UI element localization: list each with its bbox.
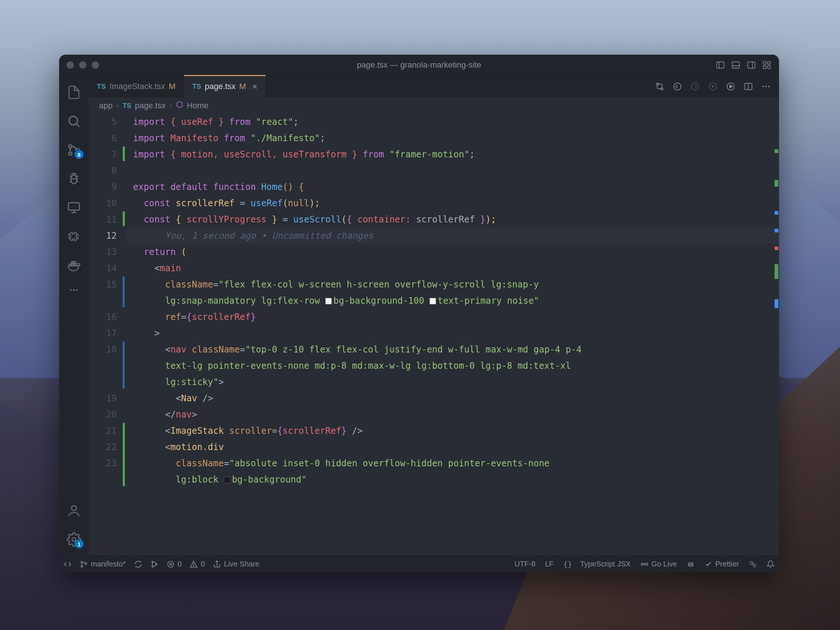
split-editor-icon[interactable]: [744, 82, 753, 91]
more-actions-icon[interactable]: [761, 82, 771, 91]
encoding-status[interactable]: UTF-8: [515, 560, 535, 568]
maximize-window-button[interactable]: [92, 62, 99, 69]
source-control-view-icon[interactable]: 8: [59, 137, 89, 163]
extensions-view-icon[interactable]: [59, 223, 89, 250]
close-tab-icon[interactable]: ×: [252, 81, 257, 92]
svg-point-30: [661, 88, 663, 90]
run-icon[interactable]: [726, 82, 736, 91]
diff-added-marker: [123, 146, 125, 161]
svg-point-40: [768, 86, 770, 87]
close-window-button[interactable]: [66, 62, 74, 69]
svg-point-52: [643, 563, 646, 565]
remote-indicator[interactable]: [63, 560, 72, 568]
status-bar: manifesto* 0 0 Live Share UTF-8 LF {} Ty…: [59, 556, 779, 572]
svg-point-45: [152, 566, 153, 567]
svg-point-15: [71, 175, 77, 184]
explorer-view-icon[interactable]: [59, 79, 89, 106]
editor-group: TS ImageStack.tsx M TS page.tsx M ×: [89, 75, 779, 556]
activity-bar: 8 1: [59, 75, 89, 556]
feedback-status[interactable]: [749, 560, 757, 568]
svg-point-31: [674, 83, 681, 90]
glyph-margin: [123, 114, 126, 556]
additional-views-icon[interactable]: [59, 281, 89, 299]
svg-point-55: [691, 564, 692, 565]
accounts-icon[interactable]: [59, 497, 89, 524]
svg-point-32: [692, 83, 699, 90]
layout-controls: [715, 60, 772, 70]
toggle-primary-sidebar-icon[interactable]: [715, 60, 725, 70]
svg-point-38: [763, 86, 764, 87]
remote-explorer-view-icon[interactable]: [59, 194, 89, 221]
svg-rect-4: [748, 62, 755, 68]
settings-badge: 1: [75, 540, 84, 548]
customize-layout-icon[interactable]: [762, 60, 772, 70]
code-content[interactable]: import { useRef } from "react"; import M…: [126, 114, 779, 556]
prettier-status[interactable]: Prettier: [704, 560, 739, 568]
notifications-status[interactable]: [766, 560, 775, 568]
diff-added-marker: [123, 212, 125, 226]
breadcrumb-segment[interactable]: page.tsx: [135, 101, 166, 111]
svg-rect-6: [763, 62, 766, 64]
svg-point-24: [70, 289, 72, 291]
minimize-window-button[interactable]: [79, 62, 87, 69]
language-status[interactable]: {} TypeScript JSX: [563, 560, 630, 568]
run-debug-view-icon[interactable]: [59, 166, 89, 192]
svg-point-51: [193, 565, 194, 566]
toggle-panel-icon[interactable]: [731, 60, 741, 70]
svg-point-25: [73, 289, 75, 291]
diff-added-marker: [123, 423, 125, 486]
search-view-icon[interactable]: [59, 108, 89, 134]
svg-point-26: [76, 289, 78, 291]
live-share-status[interactable]: Live Share: [213, 560, 259, 568]
code-editor[interactable]: 5 6 7 8 9 10 11 12 13 14 15 16 17 18: [89, 114, 779, 556]
breadcrumb-segment[interactable]: Home: [187, 101, 209, 111]
svg-rect-22: [71, 262, 73, 264]
symbol-icon: [176, 101, 183, 111]
graph-status[interactable]: [150, 560, 158, 568]
svg-point-10: [69, 117, 77, 125]
svg-point-13: [69, 152, 72, 155]
chevron-right-icon: ›: [117, 101, 119, 111]
nav-last-icon[interactable]: [708, 82, 718, 91]
git-branch-status[interactable]: manifesto*: [80, 560, 126, 568]
breadcrumb-segment[interactable]: app: [99, 101, 113, 111]
nav-forward-icon[interactable]: [690, 82, 700, 91]
editor-tabs: TS ImageStack.tsx M TS page.tsx M ×: [89, 75, 779, 98]
typescript-icon: TS: [192, 82, 201, 90]
svg-rect-8: [763, 66, 766, 69]
editor-actions: [655, 75, 779, 98]
svg-point-42: [81, 565, 83, 567]
nav-back-icon[interactable]: [673, 82, 682, 91]
overview-ruler[interactable]: [772, 114, 779, 556]
svg-point-44: [152, 561, 153, 562]
svg-point-54: [689, 564, 690, 565]
go-live-status[interactable]: Go Live: [640, 560, 677, 568]
window-title: page.tsx — granola-marketing-site: [357, 60, 481, 70]
problems-status[interactable]: 0 0: [167, 560, 205, 568]
tab-imagestack[interactable]: TS ImageStack.tsx M: [89, 75, 184, 98]
titlebar[interactable]: page.tsx — granola-marketing-site: [59, 55, 779, 75]
tab-page[interactable]: TS page.tsx M ×: [184, 75, 266, 98]
svg-rect-23: [74, 262, 76, 264]
line-number-gutter: 5 6 7 8 9 10 11 12 13 14 15 16 17 18: [89, 114, 123, 556]
breadcrumb[interactable]: app › TS page.tsx › Home: [89, 98, 779, 114]
svg-point-27: [71, 506, 76, 511]
svg-point-56: [750, 561, 753, 564]
diff-modified-marker: [123, 341, 125, 389]
svg-rect-16: [68, 203, 79, 210]
git-compare-icon[interactable]: [655, 82, 665, 91]
git-blame-annotation: You, 1 second ago • Uncommitted changes: [165, 231, 374, 241]
toggle-secondary-sidebar-icon[interactable]: [747, 60, 756, 70]
source-control-badge: 8: [75, 150, 84, 159]
copilot-status[interactable]: [687, 560, 695, 568]
svg-rect-9: [767, 66, 771, 69]
vscode-window: page.tsx — granola-marketing-site 8 1: [59, 55, 779, 572]
diff-modified-marker: [123, 276, 125, 308]
svg-rect-2: [732, 62, 739, 68]
sync-status[interactable]: [134, 560, 142, 568]
eol-status[interactable]: LF: [545, 560, 554, 568]
typescript-icon: TS: [97, 82, 106, 90]
modified-indicator: M: [239, 82, 246, 91]
settings-gear-icon[interactable]: 1: [59, 526, 89, 553]
docker-view-icon[interactable]: [59, 252, 89, 279]
